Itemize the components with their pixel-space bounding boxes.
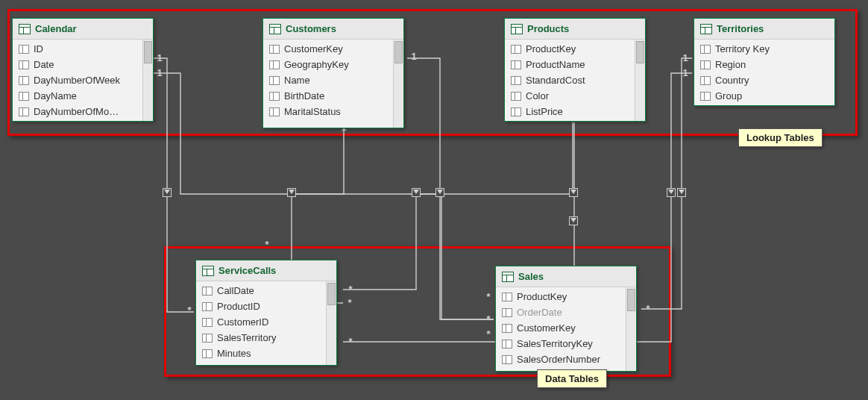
cardinality-many: * — [483, 328, 494, 340]
table-title: Territories — [717, 23, 764, 34]
field-item[interactable]: Group — [694, 88, 834, 104]
field-list: CallDate ProductID CustomerID SalesTerri… — [196, 281, 326, 365]
scrollbar[interactable] — [326, 281, 336, 365]
column-icon — [511, 92, 521, 101]
filter-direction-icon — [435, 188, 444, 197]
field-item[interactable]: Country — [694, 72, 834, 88]
column-icon — [202, 349, 213, 358]
cardinality-many: * — [345, 336, 356, 347]
column-icon — [700, 45, 711, 54]
scroll-thumb[interactable] — [627, 289, 635, 311]
column-icon — [700, 60, 711, 69]
scrollbar[interactable] — [626, 287, 636, 371]
field-item[interactable]: BirthDate — [263, 88, 393, 104]
field-item[interactable]: Date — [13, 57, 142, 72]
data-tables-label: Data Tables — [537, 369, 607, 388]
scrollbar[interactable] — [635, 40, 645, 121]
column-icon — [502, 324, 512, 333]
field-item[interactable]: Name — [263, 72, 393, 88]
table-header[interactable]: Territories — [694, 19, 834, 40]
field-item[interactable]: DayNumberOfWeek — [13, 72, 142, 88]
column-icon — [269, 76, 280, 85]
filter-direction-icon — [163, 188, 172, 197]
field-item[interactable]: Color — [505, 88, 635, 104]
cardinality-one: 1 — [154, 67, 165, 78]
table-calendar[interactable]: Calendar ID Date DayNumberOfWeek DayName… — [12, 18, 154, 122]
field-item[interactable]: SalesOrderNumber — [496, 351, 626, 367]
cardinality-one: 1 — [680, 52, 691, 63]
column-icon — [700, 76, 711, 85]
field-item[interactable]: ProductKey — [496, 289, 626, 304]
table-icon — [700, 24, 712, 34]
field-item[interactable]: Minutes — [196, 346, 326, 361]
table-title: Products — [527, 23, 569, 34]
field-item[interactable]: ProductID — [196, 299, 326, 314]
field-item[interactable]: GeographyKey — [263, 57, 393, 72]
scrollbar[interactable] — [142, 40, 153, 121]
scroll-thumb[interactable] — [327, 283, 336, 305]
cardinality-many: * — [345, 284, 356, 295]
table-icon — [19, 24, 31, 34]
column-icon — [269, 107, 280, 116]
table-header[interactable]: Products — [505, 19, 645, 40]
cardinality-one: 1 — [409, 51, 419, 62]
field-item[interactable]: Region — [694, 57, 834, 72]
column-icon — [202, 318, 213, 327]
cardinality-one: 1 — [680, 67, 691, 78]
scroll-thumb[interactable] — [394, 41, 403, 63]
field-item[interactable]: DayName — [13, 88, 142, 104]
table-customers[interactable]: Customers CustomerKey GeographyKey Name … — [262, 18, 404, 128]
table-sales[interactable]: Sales ProductKey OrderDate CustomerKey S… — [495, 266, 637, 372]
lookup-tables-label: Lookup Tables — [738, 128, 823, 147]
table-icon — [202, 266, 214, 276]
field-item[interactable]: ListPrice — [505, 104, 635, 119]
field-item[interactable]: DayNumberOfMo… — [13, 104, 142, 119]
table-icon — [502, 272, 514, 282]
filter-direction-icon — [667, 188, 676, 197]
column-icon — [502, 340, 512, 349]
cardinality-many: * — [483, 291, 494, 302]
field-item[interactable]: StandardCost — [505, 72, 635, 88]
field-item[interactable]: ProductName — [505, 57, 635, 72]
scrollbar[interactable] — [393, 40, 403, 128]
field-item[interactable]: Territory Key — [694, 41, 834, 57]
field-item[interactable]: SalesTerritory — [196, 330, 326, 346]
field-list: CustomerKey GeographyKey Name BirthDate … — [263, 40, 393, 128]
field-item[interactable]: MaritalStatus — [263, 104, 393, 119]
column-icon — [202, 302, 213, 311]
column-icon — [19, 92, 29, 101]
filter-direction-icon — [677, 188, 686, 197]
column-icon — [511, 60, 521, 69]
column-icon — [202, 334, 213, 343]
column-icon — [19, 76, 29, 85]
field-item[interactable]: SalesTerritoryKey — [496, 336, 626, 351]
column-icon — [202, 287, 213, 296]
field-list: Territory Key Region Country Group — [694, 40, 834, 105]
field-item[interactable]: ProductKey — [505, 41, 635, 57]
field-item[interactable]: CustomerKey — [263, 41, 393, 57]
model-canvas[interactable]: 1 1 1 1 1 1 * * * * * * * * * Calendar I… — [0, 0, 868, 400]
scroll-thumb[interactable] — [636, 41, 644, 63]
field-list: ID Date DayNumberOfWeek DayName DayNumbe… — [13, 40, 142, 121]
column-icon — [502, 308, 512, 317]
table-title: Calendar — [35, 23, 77, 34]
table-products[interactable]: Products ProductKey ProductName Standard… — [504, 18, 646, 122]
field-item[interactable]: CustomerKey — [496, 320, 626, 336]
column-icon — [502, 355, 512, 364]
table-header[interactable]: ServiceCalls — [196, 260, 336, 281]
column-icon — [511, 76, 521, 85]
column-icon — [269, 60, 280, 69]
table-servicecalls[interactable]: ServiceCalls CallDate ProductID Customer… — [195, 260, 337, 366]
field-item[interactable]: CallDate — [196, 283, 326, 299]
field-item[interactable]: ID — [13, 41, 142, 57]
field-item-inactive[interactable]: OrderDate — [496, 304, 626, 320]
table-icon — [269, 24, 281, 34]
field-item[interactable]: CustomerID — [196, 314, 326, 330]
table-header[interactable]: Calendar — [13, 19, 153, 40]
field-list: ProductKey OrderDate CustomerKey SalesTe… — [496, 287, 626, 371]
table-header[interactable]: Sales — [496, 266, 636, 287]
table-header[interactable]: Customers — [263, 19, 403, 40]
table-territories[interactable]: Territories Territory Key Region Country… — [694, 18, 835, 106]
scroll-thumb[interactable] — [144, 41, 152, 63]
cardinality-one: 1 — [154, 52, 165, 63]
